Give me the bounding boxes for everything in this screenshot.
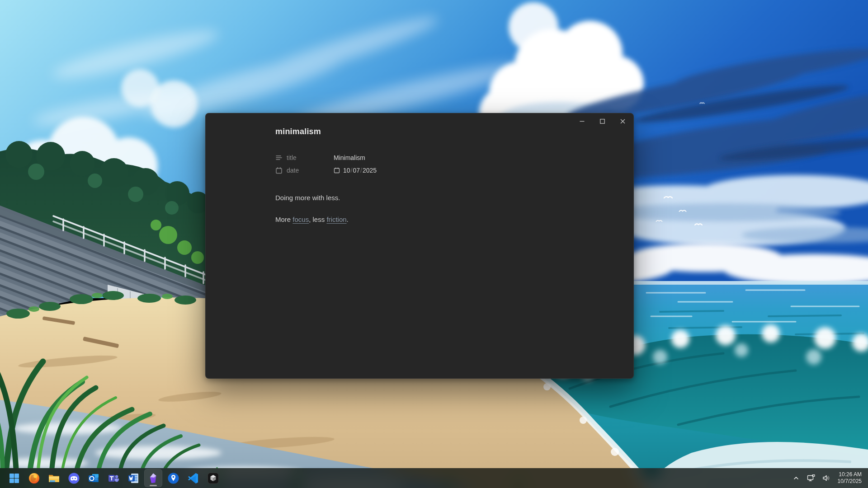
text-list-icon — [275, 154, 283, 161]
maps-icon — [167, 472, 179, 484]
minimize-button[interactable] — [572, 114, 592, 129]
maximize-button[interactable] — [592, 114, 613, 129]
word-icon — [127, 472, 140, 484]
text-run: , less — [309, 216, 326, 223]
close-button[interactable] — [613, 114, 633, 129]
start-button[interactable] — [5, 469, 23, 487]
active-app-indicator — [150, 485, 157, 486]
property-key-title[interactable]: title — [275, 154, 334, 161]
volume-button[interactable] — [820, 470, 833, 486]
taskbar: 10:26 AM 10/7/2025 — [0, 468, 868, 488]
properties-panel: title Minimalism date — [275, 151, 377, 177]
taskbar-item-word[interactable] — [124, 469, 142, 487]
paragraph: More focus, less friction. — [275, 215, 565, 225]
taskbar-item-teams[interactable] — [104, 469, 123, 487]
file-explorer-icon — [48, 472, 60, 484]
firefox-icon — [28, 472, 40, 484]
vscode-icon — [187, 472, 199, 484]
discord-icon — [68, 472, 80, 484]
date-day: 07 — [353, 167, 360, 174]
taskbar-item-outlook[interactable] — [85, 469, 103, 487]
hidden-icons-button[interactable] — [790, 470, 802, 486]
link-friction[interactable]: friction — [326, 216, 346, 223]
property-row-date: date 10 / 07 / 2025 — [275, 164, 377, 177]
date-month: 10 — [343, 167, 350, 174]
taskbar-item-firefox[interactable] — [25, 469, 43, 487]
outlook-icon — [88, 472, 100, 484]
taskbar-item-vscode[interactable] — [184, 469, 202, 487]
note-body[interactable]: Doing more with less. More focus, less f… — [275, 193, 565, 236]
property-label: title — [287, 154, 297, 161]
note-title[interactable]: minimalism — [275, 127, 321, 136]
taskbar-apps — [0, 469, 222, 487]
obsidian-icon — [147, 472, 160, 484]
taskbar-item-obsidian[interactable] — [144, 469, 162, 487]
desktop: minimalism title Minimalism — [0, 0, 868, 488]
taskbar-item-maps[interactable] — [164, 469, 182, 487]
close-icon — [620, 119, 625, 124]
paragraph: Doing more with less. — [275, 193, 565, 203]
network-button[interactable] — [804, 470, 818, 486]
cube-app-icon — [207, 472, 219, 484]
date-year: 2025 — [363, 167, 377, 174]
calendar-icon — [275, 167, 283, 174]
property-label: date — [287, 167, 299, 174]
calendar-small-icon — [334, 167, 340, 174]
text-run: . — [347, 216, 349, 223]
chevron-up-icon — [792, 474, 800, 482]
taskbar-item-cube-app[interactable] — [204, 469, 222, 487]
system-tray: 10:26 AM 10/7/2025 — [790, 470, 868, 486]
property-value-title[interactable]: Minimalism — [334, 154, 365, 161]
property-row-title: title Minimalism — [275, 151, 377, 164]
taskbar-clock[interactable]: 10:26 AM 10/7/2025 — [835, 471, 863, 485]
windows-start-icon — [9, 473, 20, 484]
network-icon — [807, 474, 816, 482]
clock-time: 10:26 AM — [838, 471, 862, 478]
clock-date: 10/7/2025 — [838, 478, 862, 485]
window-controls — [572, 114, 633, 129]
taskbar-item-file-explorer[interactable] — [45, 469, 63, 487]
text-run: More — [275, 216, 292, 223]
property-value-date[interactable]: 10 / 07 / 2025 — [334, 167, 377, 174]
link-focus[interactable]: focus — [292, 216, 309, 223]
teams-icon — [108, 472, 120, 484]
property-key-date[interactable]: date — [275, 167, 334, 174]
taskbar-item-discord[interactable] — [65, 469, 83, 487]
note-window: minimalism title Minimalism — [205, 113, 634, 379]
maximize-icon — [600, 119, 605, 124]
minimize-icon — [580, 119, 585, 124]
volume-icon — [822, 474, 831, 482]
